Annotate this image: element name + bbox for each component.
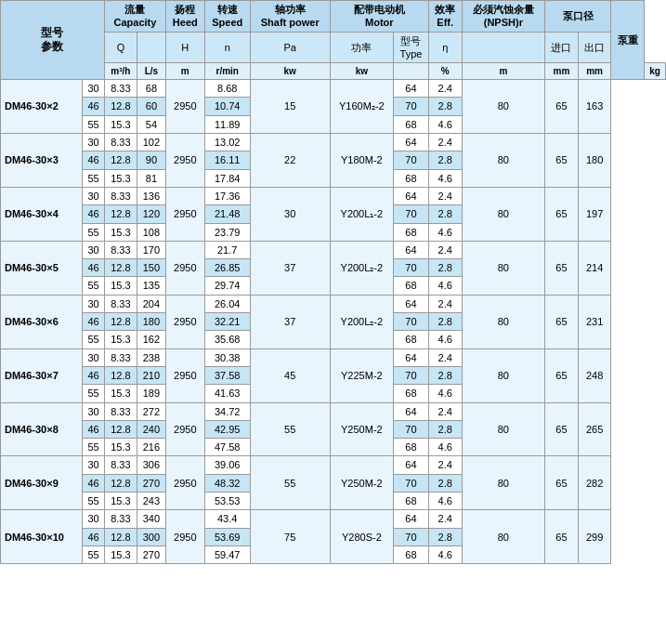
outlet-cell: 65: [545, 241, 579, 295]
motor-power-cell: 15: [250, 80, 330, 134]
q-header: Q: [104, 32, 137, 63]
eff-cell: 64: [394, 510, 429, 528]
npsh-cell: 2.8: [428, 528, 462, 545]
h-cell: 90: [137, 151, 165, 169]
q-cell: 30: [83, 295, 105, 312]
eff-cell: 70: [394, 98, 429, 115]
ls-cell: 15.3: [104, 545, 137, 563]
pa-cell: 16.11: [204, 151, 250, 169]
q-cell: 30: [83, 402, 105, 420]
ls-cell: 12.8: [104, 205, 137, 223]
pa-cell: 34.72: [204, 402, 250, 420]
npsh-cell: 4.6: [428, 115, 462, 133]
h-cell: 54: [137, 115, 165, 133]
eff-cell: 70: [394, 420, 429, 438]
npsh-header: 必须汽蚀余量 (NPSH)r: [462, 1, 545, 33]
pa-cell: 26.85: [204, 259, 250, 277]
q-cell: 46: [83, 98, 105, 115]
h-cell: 180: [137, 313, 165, 331]
ls-cell: 12.8: [104, 528, 137, 545]
outlet-cell: 65: [545, 510, 579, 564]
motor-power-cell: 30: [250, 187, 330, 241]
table-row: DM46-30×2308.336829508.6815Y160M₂-2642.4…: [1, 80, 666, 98]
ls-cell: 15.3: [104, 115, 137, 133]
inlet-cell: 80: [462, 295, 545, 348]
pa-cell: 53.53: [204, 493, 250, 510]
npsh-cell: 2.8: [428, 366, 462, 384]
ls-cell: 8.33: [104, 456, 137, 474]
h-cell: 81: [137, 169, 165, 187]
q-cell: 46: [83, 313, 105, 331]
pa-cell: 17.84: [204, 169, 250, 187]
eff-header: 效率 Eff.: [428, 1, 462, 33]
motor-power-cell: 22: [250, 134, 330, 188]
eff-cell: 68: [394, 439, 429, 456]
inlet-cell: 80: [462, 456, 545, 510]
npsh-cell: 2.8: [428, 313, 462, 331]
ls-cell: 15.3: [104, 439, 137, 456]
motor-header: 配带电动机 Motor: [330, 1, 428, 33]
q-cell: 55: [83, 115, 105, 133]
ls-cell: 15.3: [104, 277, 137, 295]
inlet-header: 进口: [545, 32, 579, 63]
h-cell: 300: [137, 528, 165, 545]
weight-header: 泵重: [611, 1, 645, 80]
weight-cell: 299: [578, 510, 611, 564]
q-cell: 46: [83, 205, 105, 223]
n-header: n: [204, 32, 250, 63]
eff-cell: 64: [394, 187, 429, 204]
model-cell: DM46-30×5: [1, 241, 83, 295]
eff-cell: 64: [394, 402, 429, 420]
pct-unit: %: [428, 63, 462, 80]
speed-cell: 2950: [166, 402, 205, 456]
speed-cell: 2950: [166, 348, 205, 402]
npsh-cell: 4.6: [428, 169, 462, 187]
q-cell: 55: [83, 385, 105, 402]
npsh-cell: 2.4: [428, 295, 462, 312]
h-cell: 189: [137, 385, 165, 402]
pa-cell: 41.63: [204, 385, 250, 402]
pa-cell: 10.74: [204, 98, 250, 115]
table-row: DM46-30×7308.33238295030.3845Y225M-2642.…: [1, 348, 666, 366]
speed-cell: 2950: [166, 456, 205, 510]
h-cell: 270: [137, 474, 165, 492]
npsh-sub-header: [462, 32, 545, 63]
table-row: DM46-30×5308.33170295021.737Y200L₂-2642.…: [1, 241, 666, 258]
ls-cell: 12.8: [104, 474, 137, 492]
motor-type-cell: Y200L₂-2: [330, 295, 393, 348]
h-cell: 102: [137, 134, 165, 151]
h-cell: 150: [137, 259, 165, 277]
model-cell: DM46-30×9: [1, 456, 83, 510]
type-unit: [394, 63, 429, 80]
q-cell: 46: [83, 151, 105, 169]
capacity-header: 流量 Capacity: [104, 1, 165, 33]
q-unit: m³/h: [104, 63, 137, 80]
speed-cell: 2950: [166, 134, 205, 188]
eff-cell: 64: [394, 241, 429, 258]
ls-cell: 8.33: [104, 348, 137, 366]
inlet-cell: 80: [462, 134, 545, 188]
q-cell: 30: [83, 241, 105, 258]
model-cell: DM46-30×6: [1, 295, 83, 348]
eff-cell: 64: [394, 134, 429, 151]
outlet-header: 出口: [578, 32, 611, 63]
ls-cell: 8.33: [104, 187, 137, 204]
ls-cell: 8.33: [104, 134, 137, 151]
model-cell: DM46-30×2: [1, 80, 83, 134]
q-cell: 55: [83, 331, 105, 348]
table-row: DM46-30×10308.33340295043.475Y280S-2642.…: [1, 510, 666, 528]
q-cell: 30: [83, 348, 105, 366]
speed-cell: 2950: [166, 187, 205, 241]
ls-cell: 12.8: [104, 420, 137, 438]
h-cell: 270: [137, 545, 165, 563]
pa-cell: 37.58: [204, 366, 250, 384]
h-cell: 210: [137, 366, 165, 384]
pa-cell: 17.36: [204, 187, 250, 204]
pa-cell: 48.32: [204, 474, 250, 492]
motor-type-cell: Y160M₂-2: [330, 80, 393, 134]
pa-cell: 26.04: [204, 295, 250, 312]
motor-power-header: 功率: [330, 32, 393, 63]
eff-cell: 68: [394, 385, 429, 402]
motor-power-cell: 55: [250, 456, 330, 510]
eff-cell: 68: [394, 545, 429, 563]
